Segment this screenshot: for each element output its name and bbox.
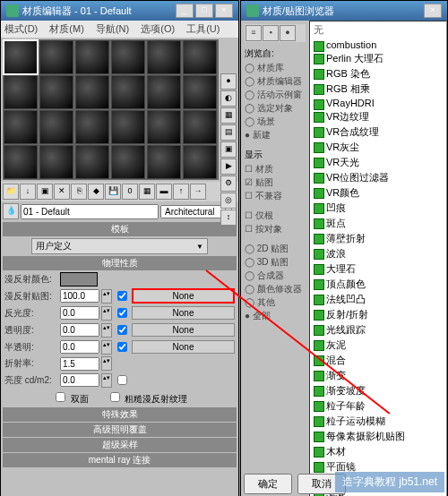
material-slot[interactable] bbox=[147, 110, 181, 144]
tree-item[interactable]: VR灰尘 bbox=[310, 140, 446, 155]
tree-item[interactable]: 斑点 bbox=[310, 216, 446, 231]
radio-all[interactable]: ● 全部 bbox=[245, 310, 306, 322]
diffuse-map-button[interactable]: None bbox=[132, 288, 235, 304]
backlight-icon[interactable]: ◐ bbox=[220, 90, 237, 107]
tree-item[interactable]: combustion bbox=[310, 38, 446, 51]
radio-new[interactable]: ● 新建 bbox=[245, 129, 306, 141]
tree-item[interactable]: 木材 bbox=[310, 444, 446, 459]
put-to-scene-icon[interactable]: ↓ bbox=[20, 184, 36, 200]
radio-scene[interactable]: ◯ 场景 bbox=[245, 115, 306, 128]
tree-item[interactable]: VR天光 bbox=[310, 155, 446, 170]
chk-incompat[interactable]: ☐ 不兼容 bbox=[245, 190, 306, 202]
supersample-header[interactable]: 超级采样 bbox=[3, 438, 237, 452]
tree-item[interactable]: RGB 染色 bbox=[310, 66, 446, 81]
tree-item[interactable]: 大理石 bbox=[310, 261, 446, 277]
tree-item[interactable]: 顶点颜色 bbox=[310, 277, 446, 292]
radio-color-mod[interactable]: ◯ 颜色修改器 bbox=[245, 283, 306, 295]
material-slot[interactable] bbox=[147, 40, 181, 74]
background-icon[interactable]: ▦ bbox=[220, 107, 237, 124]
mat-map-nav-icon[interactable]: ↕ bbox=[220, 210, 237, 226]
get-material-icon[interactable]: 📁 bbox=[3, 184, 19, 200]
tree-item[interactable]: VRayHDRI bbox=[310, 97, 446, 109]
material-slot[interactable] bbox=[39, 145, 73, 179]
translucency-amount[interactable] bbox=[60, 340, 99, 354]
material-slot[interactable] bbox=[183, 40, 217, 74]
translucency-map-enable[interactable] bbox=[117, 342, 127, 352]
browser-titlebar[interactable]: 材质/贴图浏览器 × bbox=[241, 1, 447, 21]
diffuse-map-amount[interactable] bbox=[60, 289, 99, 303]
material-slot[interactable] bbox=[39, 40, 73, 74]
spinner-icon[interactable]: ▴▾ bbox=[101, 340, 112, 355]
tree-item[interactable]: 波浪 bbox=[310, 246, 446, 261]
material-slot[interactable] bbox=[39, 110, 73, 144]
tree-item[interactable]: 光线跟踪 bbox=[310, 322, 446, 338]
sample-uv-icon[interactable]: ▤ bbox=[220, 124, 237, 141]
tree-item[interactable]: 渐变 bbox=[310, 368, 446, 383]
material-slot[interactable] bbox=[183, 145, 217, 179]
material-slot[interactable] bbox=[4, 145, 38, 179]
put-to-lib-icon[interactable]: 💾 bbox=[105, 184, 121, 200]
shininess-map-enable[interactable] bbox=[117, 308, 127, 318]
make-unique-icon[interactable]: ◆ bbox=[88, 184, 104, 200]
material-slot[interactable] bbox=[111, 40, 145, 74]
view-large-icon[interactable]: ● bbox=[280, 25, 296, 41]
tree-item[interactable]: 法线凹凸 bbox=[310, 292, 446, 307]
material-slot[interactable] bbox=[75, 145, 109, 179]
menu-tools[interactable]: 工具(U) bbox=[186, 23, 220, 34]
tree-item[interactable]: 渐变坡度 bbox=[310, 383, 446, 398]
chk-root[interactable]: ☐ 仅根 bbox=[245, 210, 306, 222]
material-slot[interactable] bbox=[4, 75, 38, 109]
tree-item[interactable]: 反射/折射 bbox=[310, 307, 446, 322]
video-check-icon[interactable]: ▣ bbox=[220, 141, 237, 158]
tree-item[interactable]: 薄壁折射 bbox=[310, 231, 446, 246]
ior-amount[interactable] bbox=[60, 357, 99, 371]
make-copy-icon[interactable]: ⎘ bbox=[71, 184, 87, 200]
editor-titlebar[interactable]: 材质编辑器 - 01 - Default _ □ × bbox=[1, 1, 238, 21]
browser-tree[interactable]: 无 combustionPerlin 大理石RGB 染色RGB 相乘VRayHD… bbox=[309, 21, 447, 496]
spinner-icon[interactable]: ▴▾ bbox=[101, 373, 112, 388]
physical-header[interactable]: 物理性质 bbox=[3, 256, 237, 270]
diffuse-map-enable[interactable] bbox=[117, 291, 127, 301]
go-sibling-icon[interactable]: → bbox=[190, 184, 206, 200]
mat-id-icon[interactable]: 0 bbox=[122, 184, 138, 200]
diffuse-color-swatch[interactable] bbox=[60, 272, 98, 286]
template-dropdown[interactable]: 用户定义 bbox=[31, 238, 208, 254]
reset-map-icon[interactable]: ✕ bbox=[54, 184, 70, 200]
material-slot[interactable] bbox=[111, 75, 145, 109]
tree-item[interactable]: 粒子运动模糊 bbox=[310, 414, 446, 429]
minimize-button[interactable]: _ bbox=[176, 4, 194, 18]
material-slot[interactable] bbox=[111, 145, 145, 179]
chk-by-obj[interactable]: ☐ 按对象 bbox=[245, 223, 306, 235]
show-map-icon[interactable]: ▦ bbox=[139, 184, 155, 200]
tree-item[interactable]: Perlin 大理石 bbox=[310, 51, 446, 66]
luminance-map-enable[interactable] bbox=[117, 375, 127, 385]
adv-light-header[interactable]: 高级照明覆盖 bbox=[3, 423, 237, 437]
maximize-button[interactable]: □ bbox=[195, 4, 213, 18]
transparency-amount[interactable] bbox=[60, 323, 99, 337]
raw-diffuse-checkbox[interactable]: 粗糙漫反射纹理 bbox=[107, 389, 188, 406]
material-slot[interactable] bbox=[75, 75, 109, 109]
tree-item[interactable]: RGB 相乘 bbox=[310, 81, 446, 97]
close-button[interactable]: × bbox=[215, 4, 233, 18]
ok-button[interactable]: 确定 bbox=[244, 474, 292, 494]
menu-options[interactable]: 选项(O) bbox=[141, 23, 175, 34]
mental-ray-header[interactable]: mental ray 连接 bbox=[3, 453, 237, 467]
material-slot[interactable] bbox=[147, 75, 181, 109]
sample-type-icon[interactable]: ● bbox=[220, 73, 237, 90]
assign-to-sel-icon[interactable]: ▣ bbox=[37, 184, 53, 200]
tree-root[interactable]: 无 bbox=[310, 21, 446, 38]
special-fx-header[interactable]: 特殊效果 bbox=[3, 407, 237, 422]
material-slot[interactable] bbox=[147, 145, 181, 179]
radio-mat-lib[interactable]: ◯ 材质库 bbox=[245, 62, 306, 74]
material-slot[interactable] bbox=[39, 75, 73, 109]
menu-mode[interactable]: 模式(D) bbox=[4, 23, 38, 34]
options-icon[interactable]: ⚙ bbox=[220, 175, 237, 192]
radio-selected[interactable]: ◯ 选定对象 bbox=[245, 102, 306, 115]
menu-nav[interactable]: 导航(N) bbox=[96, 23, 129, 34]
spinner-icon[interactable]: ▴▾ bbox=[101, 306, 112, 321]
tree-item[interactable]: VR合成纹理 bbox=[310, 124, 446, 140]
browser-close-button[interactable]: × bbox=[424, 4, 442, 18]
shininess-amount[interactable] bbox=[60, 306, 99, 320]
transparency-map-enable[interactable] bbox=[117, 325, 127, 335]
radio-2d[interactable]: ◯ 2D 贴图 bbox=[245, 243, 306, 255]
